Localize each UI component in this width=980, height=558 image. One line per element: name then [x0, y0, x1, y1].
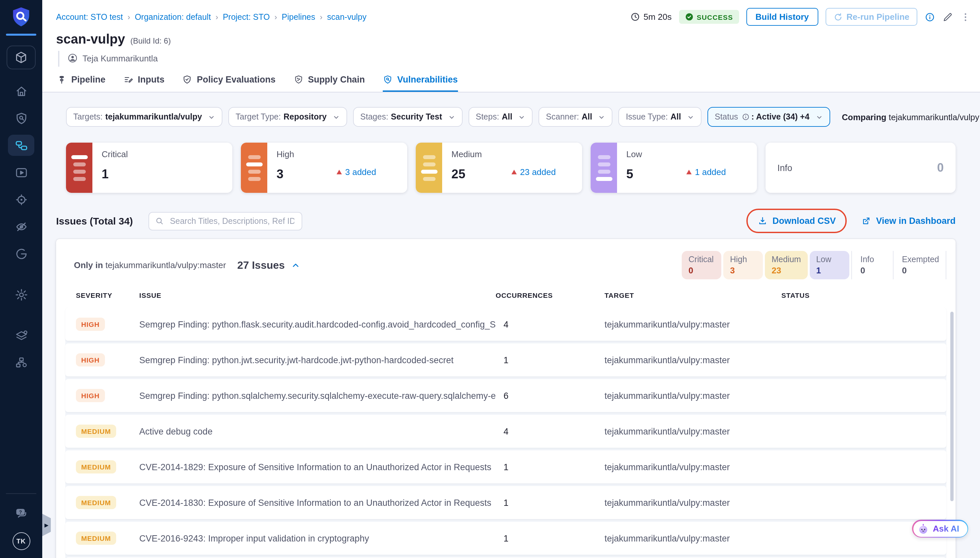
filter-issue-type[interactable]: Issue Type: All [619, 107, 702, 127]
severity-gauge-icon [591, 143, 617, 193]
breadcrumb-organization[interactable]: Organization: default [135, 12, 211, 21]
issues-search[interactable] [149, 212, 303, 230]
table-row[interactable]: MEDIUM Active debug code 4 tejakummariku… [65, 415, 946, 448]
target-cell: tejakummarikuntla/vulpy:master [604, 497, 781, 507]
added-delta: 1 added [686, 167, 726, 177]
main-area: Account: STO test› Organization: default… [42, 0, 980, 558]
tab-pipeline[interactable]: Pipeline [57, 75, 106, 92]
severity-badge: MEDIUM [76, 460, 116, 473]
table-row[interactable]: HIGH Semgrep Finding: python.flask.secur… [65, 308, 946, 341]
severity-card-critical[interactable]: Critical 1 [66, 143, 232, 193]
user-name: Teja Kummarikuntla [82, 53, 158, 63]
severity-gauge-icon [66, 143, 92, 193]
target-cell: tejakummarikuntla/vulpy:master [604, 355, 781, 365]
filters-row: Targets: tejakummarikuntla/vulpy Target … [66, 107, 955, 127]
build-history-button[interactable]: Build History [746, 8, 818, 26]
col-occurrences: OCCURRENCES [496, 291, 604, 299]
chip-high[interactable]: High3 [724, 251, 763, 279]
pipeline-icon [57, 75, 67, 85]
ask-ai-button[interactable]: Ask AI [912, 520, 968, 538]
ai-robot-icon [917, 523, 929, 535]
breadcrumb-current[interactable]: scan-vulpy [327, 12, 366, 21]
info-icon [742, 113, 750, 121]
breadcrumb-project[interactable]: Project: STO [223, 12, 270, 21]
table-row[interactable]: MEDIUM CVE-2014-1829: Exposure of Sensit… [65, 450, 946, 483]
view-in-dashboard-button[interactable]: View in Dashboard [862, 216, 955, 226]
filter-stages[interactable]: Stages: Security Test [353, 107, 463, 127]
help-chat-icon[interactable]: ? [8, 502, 34, 524]
red-annotation-circle: Download CSV [747, 208, 847, 233]
severity-card-info[interactable]: Info 0 [766, 143, 955, 193]
breadcrumb-pipelines[interactable]: Pipelines [282, 12, 315, 21]
filter-scanner[interactable]: Scanner: All [539, 107, 613, 127]
sto-shield-logo-icon[interactable] [10, 6, 32, 28]
occurrences-cell: 6 [496, 391, 604, 400]
home-icon[interactable] [8, 80, 34, 102]
table-row[interactable]: MEDIUM CVE-2016-9243: Improper input val… [65, 522, 946, 555]
chevron-down-icon [208, 113, 215, 120]
table-scrollbar[interactable] [950, 312, 954, 501]
target-cell: tejakummarikuntla/vulpy:master [604, 391, 781, 400]
module-selector-cube-icon[interactable] [7, 46, 36, 69]
page-header: Account: STO test› Organization: default… [42, 0, 980, 67]
table-row[interactable]: MEDIUM CVE-2014-1830: Exposure of Sensit… [65, 486, 946, 519]
chevron-down-icon [687, 113, 694, 120]
chevron-down-icon [519, 113, 526, 120]
download-csv-button[interactable]: Download CSV [758, 216, 836, 226]
breadcrumb-separator: › [320, 12, 322, 21]
chip-low[interactable]: Low1 [810, 251, 849, 279]
breadcrumb-account[interactable]: Account: STO test [56, 12, 123, 21]
severity-cards-row: Critical 1 High 3 3 added [66, 143, 955, 193]
filter-status[interactable]: Status : Active (34) +4 [707, 107, 830, 127]
scan-shield-icon[interactable] [8, 108, 34, 129]
build-duration: 5m 20s [630, 12, 671, 22]
issues-panel: Only in tejakummarikuntla/vulpy:master 2… [56, 239, 955, 558]
table-row[interactable]: HIGH Semgrep Finding: python.jwt.securit… [65, 343, 946, 376]
chip-info[interactable]: Info0 [851, 251, 891, 279]
issue-title: Active debug code [139, 426, 496, 436]
chevron-up-icon[interactable] [291, 261, 300, 270]
user-avatar[interactable]: TK [12, 532, 30, 550]
issue-title: CVE-2014-1829: Exposure of Sensitive Inf… [139, 462, 496, 472]
occurrences-cell: 4 [496, 319, 604, 329]
chip-medium[interactable]: Medium23 [765, 251, 808, 279]
severity-card-high[interactable]: High 3 3 added [241, 143, 407, 193]
severity-badge: MEDIUM [76, 496, 116, 509]
executions-icon[interactable] [8, 162, 34, 183]
clock-icon [630, 12, 640, 22]
tab-policy-evaluations[interactable]: Policy Evaluations [182, 75, 276, 92]
exemptions-eye-slash-icon[interactable] [8, 216, 34, 237]
default-settings-layers-icon[interactable] [8, 325, 34, 346]
filter-target-type[interactable]: Target Type: Repository [228, 107, 347, 127]
severity-card-low[interactable]: Low 5 1 added [591, 143, 757, 193]
filter-steps[interactable]: Steps: All [468, 107, 533, 127]
issue-title: Semgrep Finding: python.jwt.security.jwt… [139, 355, 496, 365]
search-icon [155, 217, 164, 225]
search-input[interactable] [169, 216, 296, 226]
tab-vulnerabilities[interactable]: Vulnerabilities [383, 75, 458, 92]
issues-toolbar: Issues (Total 34) Download CSV View in [56, 208, 955, 233]
more-options-kebab-icon[interactable] [960, 11, 971, 22]
tab-inputs[interactable]: Inputs [123, 75, 165, 92]
get-started-icon[interactable] [8, 243, 34, 264]
filter-targets[interactable]: Targets: tejakummarikuntla/vulpy [66, 107, 223, 127]
breadcrumb-separator: › [216, 12, 218, 21]
tab-supply-chain[interactable]: Supply Chain [293, 75, 365, 92]
organization-settings-tree-icon[interactable] [8, 352, 34, 373]
table-row[interactable]: HIGH Semgrep Finding: python.sqlalchemy.… [65, 379, 946, 412]
added-up-icon [686, 170, 692, 174]
chip-critical[interactable]: Critical0 [682, 251, 722, 279]
pipelines-icon[interactable] [8, 135, 34, 156]
issues-table-body: HIGH Semgrep Finding: python.flask.secur… [65, 308, 946, 558]
chip-exempted[interactable]: Exempted0 [893, 251, 946, 279]
settings-gear-icon[interactable] [8, 284, 34, 305]
severity-card-medium[interactable]: Medium 25 23 added [416, 143, 582, 193]
shield-nodes-icon [293, 75, 303, 85]
nav-active-underline [6, 34, 36, 36]
target-cell: tejakummarikuntla/vulpy:master [604, 426, 781, 436]
info-icon[interactable] [924, 11, 935, 22]
severity-badge: HIGH [76, 389, 105, 402]
targets-crosshair-icon[interactable] [8, 189, 34, 210]
rerun-pipeline-button[interactable]: Re-run Pipeline [825, 8, 917, 26]
edit-pencil-icon[interactable] [942, 11, 953, 22]
